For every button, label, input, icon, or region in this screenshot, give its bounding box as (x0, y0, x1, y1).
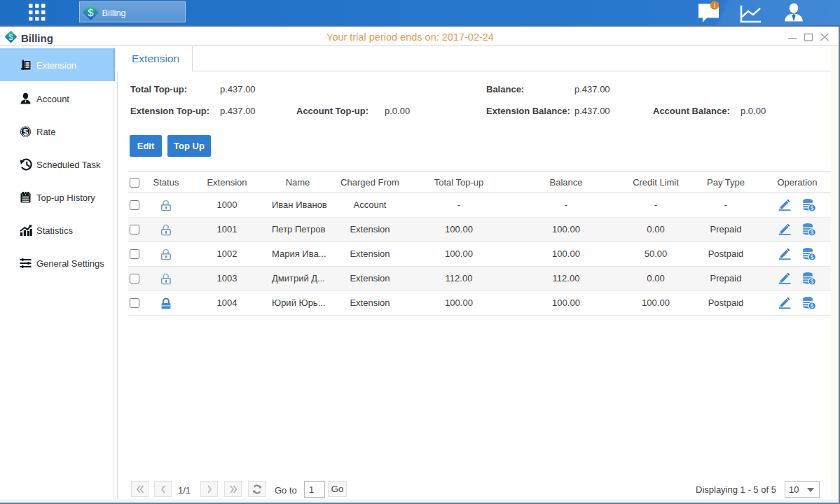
svg-text:$: $ (88, 6, 94, 18)
svg-text:$: $ (810, 278, 813, 285)
svg-text:$: $ (810, 302, 813, 309)
svg-text:$: $ (810, 253, 813, 260)
svg-text:$: $ (810, 204, 813, 211)
svg-text:$: $ (23, 126, 29, 136)
svg-text:$: $ (810, 229, 813, 236)
svg-text:!: ! (714, 2, 716, 9)
